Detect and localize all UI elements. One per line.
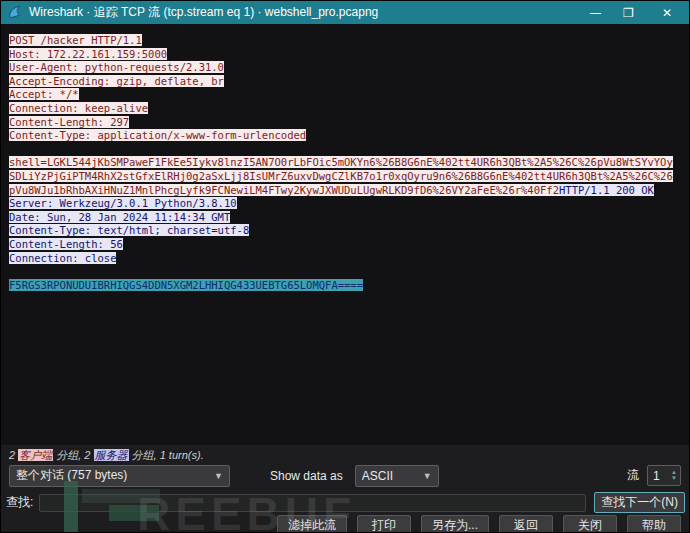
data-format-value: ASCII	[362, 469, 415, 483]
stream-seg-client: Accept-Encoding: gzip, deflate, br	[9, 75, 224, 87]
maximize-button[interactable]: ❐	[612, 1, 645, 24]
stream-line: pVu8WJu1bRhbAXiHNuZ1MnlPhcgLyfk9FCNewiLM…	[9, 184, 689, 198]
minimize-button[interactable]: —	[579, 1, 612, 24]
stream-line	[9, 265, 689, 279]
stream-seg-selected: F5RGS3RPONUDUIBRHIQGS4DDN5XGM2LHHIQG433U…	[9, 279, 363, 291]
dialog-footer: 2 客户端 分组, 2 服务器 分组, 1 turn(s). 整个对话 (757…	[1, 445, 689, 532]
stream-seg-client: Content-Type: application/x-www-form-url…	[9, 129, 306, 141]
find-row: 查找: 查找下一个(N)	[6, 492, 685, 513]
stream-line: Content-Length: 56	[9, 238, 689, 252]
close-window-button[interactable]: ✕	[645, 1, 689, 24]
stream-line: Accept-Encoding: gzip, deflate, br	[9, 75, 689, 89]
stats-seg-plain: 2	[9, 449, 18, 461]
stream-seg-client: Content-Length: 297	[9, 116, 129, 128]
stream-line: Accept: */*	[9, 88, 689, 102]
stream-line: Connection: keep-alive	[9, 102, 689, 116]
stream-line: Content-Type: text/html; charset=utf-8	[9, 224, 689, 238]
stream-seg-server: Date: Sun, 28 Jan 2024 11:14:34 GMT	[9, 211, 230, 223]
stepper-down-icon[interactable]: ▼	[668, 476, 680, 482]
stats-seg-plain: 分组, 1 turn(s).	[129, 449, 204, 461]
stream-view[interactable]: POST /hacker HTTP/1.1Host: 172.22.161.15…	[1, 24, 689, 445]
find-next-button[interactable]: 查找下一个(N)	[594, 492, 685, 513]
stream-seg-server: HTTP/1.1 200 OK	[559, 184, 654, 196]
stream-line: Host: 172.22.161.159:5000	[9, 48, 689, 62]
close-button[interactable]: 关闭	[563, 515, 617, 533]
back-button[interactable]: 返回	[499, 515, 553, 533]
stream-number-stepper[interactable]: 1 ▲ ▼	[647, 465, 681, 486]
stream-seg-client: Host: 172.22.161.159:5000	[9, 48, 167, 60]
stream-seg-client: pVu8WJu1bRhbAXiHNuZ1MnlPhcgLyfk9FCNewiLM…	[9, 184, 559, 196]
stream-seg-server: Server: Werkzeug/3.0.1 Python/3.8.10	[9, 197, 237, 209]
wireshark-icon	[8, 5, 23, 20]
stream-seg-client: Accept: */*	[9, 88, 79, 100]
stats-seg-server-tag: 服务器	[94, 449, 129, 461]
find-input[interactable]	[39, 494, 586, 512]
save-as-button[interactable]: 另存为...	[421, 515, 489, 533]
stream-seg-client: SDLiYzPjGiPTM4RhX2stGfxElRHj0g2aSxLjj8Is…	[9, 170, 673, 182]
stream-line: Content-Type: application/x-www-form-url…	[9, 129, 689, 143]
stream-line: Connection: close	[9, 252, 689, 266]
controls-row: 整个对话 (757 bytes) ▼ Show data as ASCII ▼ …	[9, 464, 681, 487]
stream-line: Server: Werkzeug/3.0.1 Python/3.8.10	[9, 197, 689, 211]
stream-seg-server: Content-Type: text/html; charset=utf-8	[9, 224, 249, 236]
stream-seg-server: Content-Length: 56	[9, 238, 123, 250]
stats-line: 2 客户端 分组, 2 服务器 分组, 1 turn(s).	[9, 448, 204, 463]
stream-seg-client: POST /hacker HTTP/1.1	[9, 34, 142, 46]
stats-seg-plain: 分组, 2	[53, 449, 93, 461]
chevron-down-icon: ▼	[423, 471, 432, 481]
stream-line: Content-Length: 297	[9, 116, 689, 130]
conversation-range-value: 整个对话 (757 bytes)	[16, 467, 206, 484]
stream-line: User-Agent: python-requests/2.31.0	[9, 61, 689, 75]
chevron-down-icon: ▼	[214, 471, 223, 481]
follow-tcp-stream-window: Wireshark · 追踪 TCP 流 (tcp.stream eq 1) ·…	[0, 0, 690, 533]
data-format-select[interactable]: ASCII ▼	[355, 465, 439, 487]
stream-seg-client: Connection: keep-alive	[9, 102, 148, 114]
print-button[interactable]: 打印	[357, 515, 411, 533]
window-title: Wireshark · 追踪 TCP 流 (tcp.stream eq 1) ·…	[29, 4, 579, 21]
stream-number-label: 流	[627, 467, 639, 484]
help-button[interactable]: 帮助	[627, 515, 681, 533]
filter-out-stream-button[interactable]: 滤掉此流	[277, 515, 347, 533]
stream-line: POST /hacker HTTP/1.1	[9, 34, 689, 48]
title-bar: Wireshark · 追踪 TCP 流 (tcp.stream eq 1) ·…	[1, 1, 689, 24]
stream-line: SDLiYzPjGiPTM4RhX2stGfxElRHj0g2aSxLjj8Is…	[9, 170, 689, 184]
stream-number-value: 1	[648, 469, 668, 483]
stream-line: shell=LGKL544jKbSMPaweF1FkEe5Iykv8lnzI5A…	[9, 156, 689, 170]
stepper-arrows[interactable]: ▲ ▼	[668, 470, 680, 482]
stats-seg-client-tag: 客户端	[18, 449, 53, 461]
stream-number-group: 流 1 ▲ ▼	[627, 465, 681, 486]
show-data-as-label: Show data as	[270, 469, 343, 483]
conversation-range-select[interactable]: 整个对话 (757 bytes) ▼	[9, 465, 230, 487]
stream-line	[9, 143, 689, 157]
find-label: 查找:	[6, 494, 33, 511]
stream-seg-client: User-Agent: python-requests/2.31.0	[9, 61, 224, 73]
window-controls: — ❐ ✕	[579, 1, 689, 24]
stream-seg-server: Connection: close	[9, 252, 116, 264]
dialog-buttons: 滤掉此流打印另存为...返回关闭帮助	[1, 514, 681, 533]
stream-seg-client: shell=LGKL544jKbSMPaweF1FkEe5Iykv8lnzI5A…	[9, 156, 673, 168]
stream-line: F5RGS3RPONUDUIBRHIQGS4DDN5XGM2LHHIQG433U…	[9, 279, 689, 293]
stream-line: Date: Sun, 28 Jan 2024 11:14:34 GMT	[9, 211, 689, 225]
